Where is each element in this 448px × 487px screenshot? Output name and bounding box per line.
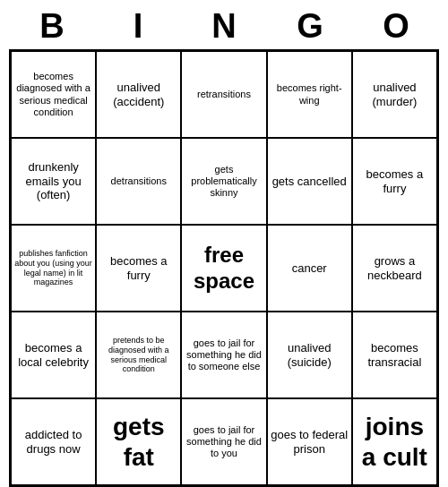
- bingo-cell-16: pretends to be diagnosed with a serious …: [96, 312, 181, 398]
- bingo-cell-9: becomes a furry: [352, 138, 437, 225]
- bingo-cell-22: goes to jail for something he did to you: [181, 398, 266, 485]
- bingo-cell-23: goes to federal prison: [267, 398, 352, 485]
- bingo-title: B I N G O: [9, 0, 439, 49]
- bingo-cell-8: gets cancelled: [267, 138, 352, 225]
- bingo-cell-17: goes to jail for something he did to som…: [181, 312, 266, 398]
- bingo-cell-1: unalived (accident): [96, 51, 181, 138]
- bingo-cell-13: cancer: [267, 225, 352, 312]
- bingo-cell-3: becomes right-wing: [267, 51, 352, 138]
- bingo-grid: becomes diagnosed with a serious medical…: [9, 49, 439, 487]
- bingo-cell-24: joins a cult: [352, 398, 437, 485]
- bingo-cell-18: unalived (suicide): [267, 312, 352, 398]
- bingo-cell-5: drunkenly emails you (often): [11, 138, 96, 225]
- bingo-cell-4: unalived (murder): [352, 51, 437, 138]
- title-n: N: [188, 7, 260, 46]
- title-g: G: [274, 7, 346, 46]
- title-o: O: [360, 7, 432, 46]
- bingo-cell-0: becomes diagnosed with a serious medical…: [11, 51, 96, 138]
- title-i: I: [102, 7, 174, 46]
- bingo-cell-20: addicted to drugs now: [11, 398, 96, 485]
- title-b: B: [16, 7, 88, 46]
- bingo-cell-7: gets problematically skinny: [181, 138, 266, 225]
- bingo-cell-11: becomes a furry: [96, 225, 181, 312]
- bingo-cell-14: grows a neckbeard: [352, 225, 437, 312]
- bingo-cell-21: gets fat: [96, 398, 181, 485]
- bingo-cell-12: free space: [181, 225, 266, 312]
- bingo-cell-6: detransitions: [96, 138, 181, 225]
- bingo-cell-10: publishes fanfiction about you (using yo…: [11, 225, 96, 312]
- bingo-cell-15: becomes a local celebrity: [11, 312, 96, 398]
- bingo-cell-19: becomes transracial: [352, 312, 437, 398]
- bingo-cell-2: retransitions: [181, 51, 266, 138]
